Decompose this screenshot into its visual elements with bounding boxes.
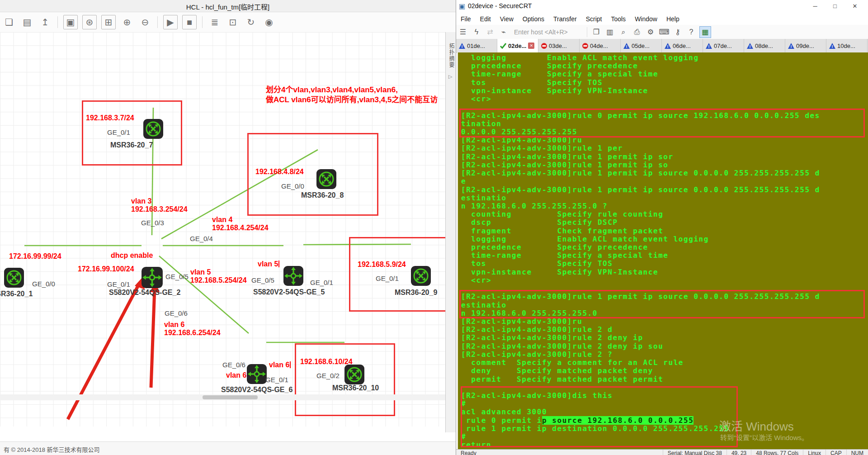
port-label: GE_0/1 (107, 128, 130, 136)
session-tab-09de[interactable]: !09de... (785, 39, 826, 52)
toolbar-separator (157, 16, 158, 28)
session-tab-10de[interactable]: !10de... (826, 39, 868, 52)
port-label: GE_0/0 (32, 280, 55, 288)
session-manager-icon[interactable]: ☰ (458, 27, 468, 38)
horizontal-scrollbar[interactable] (0, 394, 445, 400)
tab-label: 08de... (755, 43, 773, 49)
terminal-line: [R2-acl-ipv4-adv-3000]rule 2 ? (461, 351, 820, 359)
screenshot-icon[interactable]: ◉ (262, 15, 276, 29)
router-msr36-20-9[interactable] (410, 265, 431, 288)
stop-all-icon[interactable]: ■ (182, 15, 197, 29)
menu-edit[interactable]: Edit (476, 14, 495, 24)
status-segment: Ready (456, 450, 663, 455)
find-icon[interactable]: ⌕ (618, 27, 629, 38)
expand-arrow-icon[interactable]: ▷ (448, 74, 452, 80)
scrollbar-thumb[interactable] (203, 395, 258, 399)
close-button[interactable]: ✕ (845, 0, 865, 12)
disconnect-icon[interactable]: ⌁ (498, 27, 509, 38)
session-tab-01de[interactable]: !01de... (456, 39, 497, 52)
grid-layout-icon[interactable]: ⊞ (101, 15, 116, 29)
start-all-icon[interactable]: ▶ (163, 15, 178, 29)
color-scheme-icon[interactable]: ▦ (699, 26, 711, 38)
terminal-line: n 192.168.6.0 255.255.255.0 ? (461, 202, 820, 210)
network-topology-icon[interactable]: ⊛ (82, 15, 97, 29)
host-input[interactable]: Enter host <Alt+R> (514, 28, 581, 36)
reconnect-icon[interactable]: ⇄ (485, 27, 495, 38)
vlan-label-editing[interactable]: vlan 5 (258, 260, 279, 268)
minimize-button[interactable]: ─ (805, 0, 825, 12)
terminal-line: [R2-acl-ipv4-adv-3000]rule 1 per (461, 144, 820, 152)
crt-toolbar: ☰ϟ⇄⌁Enter host <Alt+R>❐▥⌕⎙⚙⌨⚷?▦ (456, 25, 868, 39)
menu-file[interactable]: File (456, 14, 476, 24)
menu-view[interactable]: View (495, 14, 518, 24)
router-msr36-20-10[interactable] (344, 364, 365, 387)
ip-label: 192.168.3.7/24 (86, 114, 134, 122)
key-agent-icon[interactable]: ⚷ (672, 27, 683, 38)
ip-label: 192.168.6.10/24 (300, 358, 353, 366)
help-icon[interactable]: ? (686, 27, 697, 38)
menu-window[interactable]: Window (630, 14, 662, 24)
router-msr36-20-8[interactable] (316, 169, 337, 191)
terminal-line: logging Enable ACL match event logging (461, 235, 820, 243)
crt-titlebar: ▣ 02device - SecureCRT ─ □ ✕ (456, 0, 868, 13)
add-frame-icon[interactable]: ⊡ (226, 15, 240, 29)
session-options-icon[interactable]: ⚙ (645, 27, 656, 38)
port-label: GE_0/1 (310, 279, 333, 286)
terminal-line: e (461, 177, 820, 185)
session-tab-07de[interactable]: !07de... (703, 39, 744, 52)
switch-s5820-ge2[interactable] (141, 266, 163, 290)
terminal[interactable]: logging Enable ACL match event logging p… (457, 52, 868, 449)
crt-window-title: 02device - SecureCRT (468, 2, 532, 9)
device-name: MSR36-20_1 (0, 290, 33, 298)
session-tab-08de[interactable]: !08de... (744, 39, 785, 52)
copy-icon[interactable]: ❐ (591, 27, 602, 38)
status-segment: Linux (803, 450, 826, 455)
menu-script[interactable]: Script (581, 14, 607, 24)
terminal-line: permit Specify matched packet permit (461, 375, 820, 384)
paste-icon[interactable]: ▥ (604, 27, 615, 38)
tab-close-icon[interactable]: ✕ (528, 43, 534, 49)
keymap-icon[interactable]: ⌨ (659, 27, 670, 38)
port-label: GE_0/4 (190, 235, 213, 242)
router-msr36-20-7[interactable] (143, 118, 164, 141)
quick-connect-icon[interactable]: ϟ (471, 27, 482, 38)
session-tab-04de[interactable]: 04de... (580, 39, 621, 52)
svg-text:!: ! (750, 44, 751, 49)
session-tab-03de[interactable]: 03de... (538, 39, 580, 52)
save-project-icon[interactable]: ▤ (20, 15, 34, 29)
session-tab-06de[interactable]: !06de... (662, 39, 703, 52)
reload-icon[interactable]: ↻ (244, 15, 258, 29)
add-note-icon[interactable]: ≣ (208, 15, 222, 29)
menu-tools[interactable]: Tools (606, 14, 630, 24)
terminal-annotation-box-2 (459, 290, 865, 318)
switch-s5820-ge5[interactable] (283, 265, 304, 288)
menu-options[interactable]: Options (518, 14, 549, 24)
menu-transfer[interactable]: Transfer (549, 14, 581, 24)
session-tabbar: !01de...02de...✕03de...04de...!05de...!0… (456, 39, 868, 53)
menu-help[interactable]: Help (662, 14, 684, 24)
zoom-in-icon[interactable]: ⊕ (120, 15, 134, 29)
vlan-ip-label: 192.168.4.254/24 (212, 224, 269, 232)
warning-icon: ! (747, 43, 753, 49)
terminal-line: precedence Specify precedence (461, 62, 820, 70)
status-segment: 49, 23 (727, 450, 751, 455)
add-device-icon[interactable]: ▣ (63, 15, 78, 29)
session-tab-05de[interactable]: !05de... (621, 39, 662, 52)
zoom-out-icon[interactable]: ⊖ (138, 15, 152, 29)
hcl-side-panel-tab[interactable]: 拓扑摘要 ▷ (445, 32, 456, 432)
terminal-line: <cr> (461, 95, 820, 103)
export-project-icon[interactable]: ↥ (38, 15, 52, 29)
switch-s5820-ge6[interactable] (246, 364, 267, 386)
maximize-button[interactable]: □ (825, 0, 845, 12)
vlan-label-editing[interactable]: vlan 6 (269, 361, 291, 369)
app-icon: ▣ (459, 2, 465, 10)
open-project-icon[interactable]: ❏ (2, 15, 16, 29)
device-name: MSR36-20_7 (110, 141, 153, 149)
svg-text:!: ! (462, 44, 463, 49)
topology-canvas[interactable]: 划分4个vlan,vlan3,vlan4,vlan5,vlan6, 做ACL v… (0, 32, 445, 427)
print-icon[interactable]: ⎙ (632, 27, 642, 38)
port-label: GE_0/5 (251, 276, 274, 284)
router-msr36-20-1[interactable] (4, 267, 24, 290)
session-tab-02de[interactable]: 02de...✕ (497, 39, 538, 52)
vlan-ip-label: 192.168.3.254/24 (131, 205, 188, 213)
